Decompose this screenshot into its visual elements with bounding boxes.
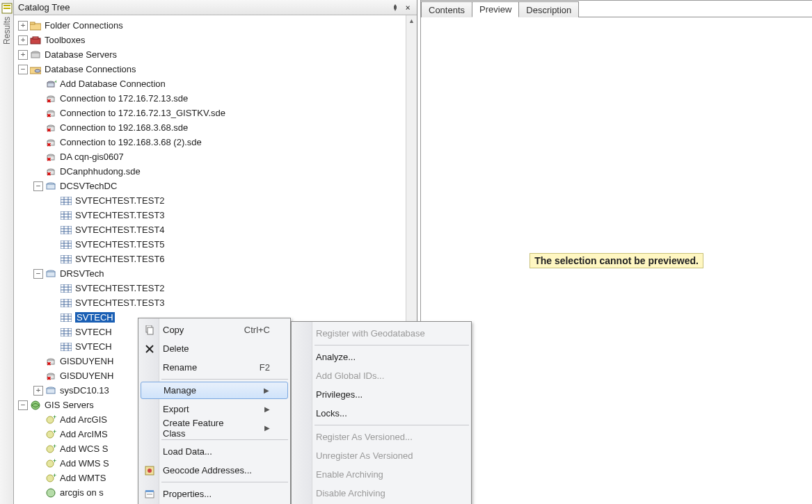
svg-point-94 bbox=[31, 401, 40, 409]
delete-icon bbox=[143, 342, 157, 356]
svg-rect-6 bbox=[33, 37, 38, 39]
tree-node-database-connections[interactable]: − Database Connections bbox=[14, 62, 406, 76]
db-broken-icon: ✖ bbox=[45, 122, 57, 133]
svg-rect-71 bbox=[61, 314, 72, 322]
tree-node-drsvtech[interactable]: − DRSVTech bbox=[14, 266, 406, 281]
expander-icon[interactable]: − bbox=[33, 269, 43, 279]
svg-text:✖: ✖ bbox=[47, 98, 51, 104]
sub-register-geodatabase: Register with Geodatabase bbox=[292, 324, 470, 343]
svg-rect-93 bbox=[47, 389, 55, 393]
svg-text:+: + bbox=[53, 473, 56, 479]
expander-icon[interactable]: + bbox=[18, 50, 28, 60]
tree-node-add-db-connection[interactable]: + Add Database Connection bbox=[14, 76, 406, 91]
preview-panel: Contents Preview Description The selecti… bbox=[420, 0, 812, 504]
scroll-up-icon[interactable]: ▲ bbox=[406, 15, 417, 26]
tab-contents[interactable]: Contents bbox=[421, 1, 472, 17]
db-broken-icon: ✖ bbox=[45, 371, 57, 382]
table-icon bbox=[60, 210, 72, 221]
add-server-icon: + bbox=[45, 414, 57, 425]
svg-text:✖: ✖ bbox=[47, 142, 51, 147]
sub-locks[interactable]: Locks... bbox=[292, 404, 470, 423]
ctx-create-feature-class[interactable]: Create Feature Class ▶ bbox=[139, 418, 289, 437]
ctx-geocode[interactable]: Geocode Addresses... bbox=[139, 461, 289, 480]
db-broken-icon: ✖ bbox=[45, 166, 57, 177]
tree-node-table[interactable]: SVTECHTEST.TEST2 bbox=[14, 281, 406, 295]
svg-text:+: + bbox=[53, 430, 56, 435]
table-icon bbox=[60, 283, 72, 294]
svg-rect-76 bbox=[61, 328, 72, 336]
tree-node-table[interactable]: SVTECHTEST.TEST3 bbox=[14, 295, 406, 310]
table-icon bbox=[60, 327, 72, 338]
tree-node-connection[interactable]: ✖ Connection to 192.168.3.68.sde bbox=[14, 120, 406, 135]
ctx-copy[interactable]: Copy Ctrl+C bbox=[139, 320, 289, 339]
tree-node-table[interactable]: SVTECHTEST.TEST6 bbox=[14, 252, 406, 266]
expander-icon[interactable]: − bbox=[18, 65, 28, 74]
close-panel-button[interactable]: × bbox=[401, 1, 414, 14]
sub-analyze[interactable]: Analyze... bbox=[292, 348, 470, 366]
catalog-title: Catalog Tree bbox=[18, 2, 389, 13]
tab-preview[interactable]: Preview bbox=[472, 1, 519, 17]
svg-rect-1 bbox=[3, 5, 10, 6]
db-broken-icon: ✖ bbox=[45, 152, 57, 163]
svg-rect-12 bbox=[47, 83, 54, 87]
submenu-arrow-icon: ▶ bbox=[248, 405, 270, 413]
tree-node-database-servers[interactable]: + Database Servers bbox=[14, 47, 406, 62]
expander-icon[interactable]: − bbox=[33, 181, 43, 191]
tree-node-connection[interactable]: ✖ Connection to 172.16.72.13.sde bbox=[14, 91, 406, 106]
tree-node-connection[interactable]: ✖ Connection to 192.168.3.68 (2).sde bbox=[14, 135, 406, 149]
pin-icon bbox=[391, 3, 399, 12]
ctx-separator bbox=[161, 482, 288, 482]
tree-node-connection[interactable]: ✖ Connection to 172.16.72.13_GISTKV.sde bbox=[14, 106, 406, 120]
svg-rect-39 bbox=[61, 211, 72, 220]
svg-rect-66 bbox=[61, 299, 72, 307]
tree-node-table[interactable]: SVTECHTEST.TEST2 bbox=[14, 193, 406, 208]
tab-description[interactable]: Description bbox=[518, 1, 579, 17]
svg-rect-44 bbox=[61, 226, 72, 234]
db-icon bbox=[45, 385, 57, 396]
expander-icon[interactable]: + bbox=[33, 386, 43, 396]
ctx-rename[interactable]: Rename F2 bbox=[139, 358, 289, 377]
ctx-export[interactable]: Export ▶ bbox=[139, 400, 289, 418]
svg-rect-2 bbox=[3, 8, 10, 9]
ctx-separator bbox=[315, 345, 469, 346]
geocode-icon bbox=[143, 464, 157, 478]
expander-icon[interactable]: + bbox=[18, 35, 28, 45]
results-tab[interactable]: Results bbox=[0, 0, 14, 504]
table-icon bbox=[60, 254, 72, 265]
svg-point-111 bbox=[148, 469, 152, 473]
submenu-arrow-icon: ▶ bbox=[248, 424, 270, 432]
svg-text:+: + bbox=[53, 459, 56, 464]
tree-node-connection[interactable]: ✖ DA cqn-gis0607 bbox=[14, 149, 406, 164]
svg-text:✖: ✖ bbox=[47, 375, 51, 381]
svg-rect-4 bbox=[30, 22, 35, 24]
db-icon bbox=[45, 181, 57, 192]
folder-icon bbox=[29, 20, 42, 31]
svg-rect-49 bbox=[61, 241, 72, 249]
ctx-delete[interactable]: Delete bbox=[139, 339, 289, 358]
tree-node-dcsvtechdc[interactable]: − DCSVTechDC bbox=[14, 179, 406, 193]
svg-text:✖: ✖ bbox=[47, 171, 51, 177]
expander-icon[interactable]: + bbox=[18, 21, 28, 31]
tree-node-table[interactable]: SVTECHTEST.TEST4 bbox=[14, 222, 406, 237]
gis-servers-icon bbox=[29, 400, 42, 411]
tree-node-folder-connections[interactable]: + Folder Connections bbox=[14, 18, 406, 33]
ctx-load-data[interactable]: Load Data... bbox=[139, 442, 289, 461]
table-icon bbox=[60, 225, 72, 236]
tree-node-table[interactable]: SVTECHTEST.TEST5 bbox=[14, 237, 406, 252]
table-icon bbox=[60, 298, 72, 309]
db-broken-icon: ✖ bbox=[45, 108, 57, 119]
add-server-icon: + bbox=[45, 444, 57, 455]
add-server-icon: + bbox=[45, 458, 57, 469]
svg-rect-8 bbox=[31, 53, 40, 58]
tree-node-table[interactable]: SVTECHTEST.TEST3 bbox=[14, 208, 406, 222]
sub-privileges[interactable]: Privileges... bbox=[292, 385, 470, 404]
submenu-arrow-icon: ▶ bbox=[247, 387, 269, 394]
tree-node-connection[interactable]: ✖ DCanphhudong.sde bbox=[14, 164, 406, 179]
expander-icon[interactable]: − bbox=[18, 400, 28, 410]
svg-rect-33 bbox=[47, 184, 55, 189]
tree-node-toolboxes[interactable]: + Toolboxes bbox=[14, 33, 406, 47]
pin-button[interactable] bbox=[389, 1, 401, 14]
ctx-properties[interactable]: Properties... bbox=[139, 485, 289, 503]
ctx-manage[interactable]: Manage ▶ bbox=[141, 382, 288, 399]
results-tab-label: Results bbox=[2, 17, 12, 44]
